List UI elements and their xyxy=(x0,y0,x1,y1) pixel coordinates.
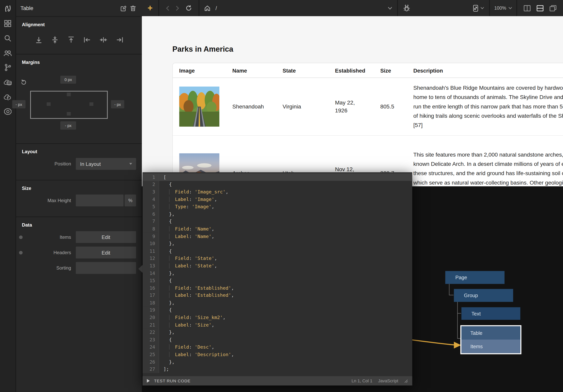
code-text: Label: 'Description', xyxy=(159,352,234,357)
route-dropdown[interactable] xyxy=(388,7,392,10)
code-line[interactable]: 2 { xyxy=(143,181,412,188)
code-line[interactable]: 11 { xyxy=(143,247,412,254)
column-header-state: State xyxy=(276,67,329,73)
stacked-windows-icon[interactable] xyxy=(549,5,556,12)
components-icon[interactable] xyxy=(3,19,12,28)
line-number: 8 xyxy=(143,225,159,232)
search-icon[interactable] xyxy=(3,34,12,42)
code-line[interactable]: 9 Label: 'Name', xyxy=(143,232,412,240)
code-line[interactable]: 13 Label: 'State', xyxy=(143,262,412,269)
code-line[interactable]: 4 Label: 'Image', xyxy=(143,196,412,203)
node-group[interactable]: Group xyxy=(454,289,513,302)
code-line[interactable]: 14 }, xyxy=(143,270,412,277)
margin-bottom-value[interactable]: - px xyxy=(60,121,76,129)
node-text[interactable]: Text xyxy=(461,307,520,320)
code-line[interactable]: 24 Field: 'Desc', xyxy=(143,343,412,351)
line-number: 2 xyxy=(143,181,159,188)
back-icon[interactable] xyxy=(166,6,169,11)
margin-right-value[interactable]: - px xyxy=(111,100,124,108)
trash-icon[interactable] xyxy=(128,3,138,13)
sorting-input[interactable] xyxy=(76,262,136,274)
code-text: }, xyxy=(159,271,175,276)
code-line[interactable]: 26 }, xyxy=(143,358,412,365)
items-edit-button[interactable]: Edit xyxy=(76,231,136,243)
max-height-unit[interactable]: % xyxy=(125,195,136,206)
align-left-icon[interactable] xyxy=(83,36,91,44)
node-table-items-port[interactable]: Items xyxy=(461,340,520,353)
debug-bug-icon[interactable] xyxy=(403,4,410,12)
cell-description: This site features more than 2,000 natur… xyxy=(407,150,563,186)
margin-left-value[interactable]: - px xyxy=(12,100,26,108)
forward-icon[interactable] xyxy=(176,6,179,11)
code-line[interactable]: 10 }, xyxy=(143,240,412,247)
settings-icon[interactable] xyxy=(3,107,12,116)
cell-name: Shenandoah xyxy=(226,103,276,110)
home-icon[interactable] xyxy=(204,5,210,11)
items-port[interactable] xyxy=(19,235,23,239)
code-line[interactable]: 21 Label: 'Size', xyxy=(143,321,412,329)
margin-top-handle[interactable] xyxy=(67,93,71,96)
code-line[interactable]: 23 { xyxy=(143,336,412,343)
code-line[interactable]: 12 Field: 'State', xyxy=(143,255,412,262)
align-right-icon[interactable] xyxy=(115,36,123,44)
margin-right-handle[interactable] xyxy=(89,102,93,106)
code-line[interactable]: 1[ xyxy=(143,173,412,181)
reset-margins-icon[interactable] xyxy=(21,79,28,86)
code-line[interactable]: 20 Field: 'Size_km2', xyxy=(143,314,412,321)
code-line[interactable]: 17 Label: 'Established', xyxy=(143,292,412,299)
node-table-row[interactable]: Table xyxy=(461,326,520,340)
line-number: 10 xyxy=(143,240,159,247)
code-line[interactable]: 7 { xyxy=(143,218,412,225)
margin-top-value[interactable]: 0 px xyxy=(60,76,76,84)
add-node-button[interactable]: + xyxy=(142,0,158,16)
align-top-icon[interactable] xyxy=(67,36,75,44)
code-editor[interactable]: 1[2 {3 Field: 'Image_src',4 Label: 'Imag… xyxy=(143,172,412,376)
responsive-preview-icon[interactable] xyxy=(473,4,478,12)
code-line[interactable]: 19 { xyxy=(143,306,412,314)
align-center-horizontal-icon[interactable] xyxy=(99,36,107,44)
code-line[interactable]: 3 Field: 'Image_src', xyxy=(143,188,412,195)
resize-grip-icon[interactable] xyxy=(404,379,408,383)
code-text: }, xyxy=(159,330,175,335)
line-number: 25 xyxy=(143,351,159,358)
cursor-position: Ln 1, Col 1 xyxy=(352,379,372,383)
code-line[interactable]: 15 { xyxy=(143,277,412,284)
split-rows-icon[interactable] xyxy=(537,5,544,12)
refresh-icon[interactable] xyxy=(186,5,192,11)
node-table-selected[interactable]: Table Items xyxy=(461,325,521,354)
code-line[interactable]: 5 Type: 'Image', xyxy=(143,203,412,210)
split-columns-icon[interactable] xyxy=(524,5,531,12)
code-line[interactable]: 6 }, xyxy=(143,210,412,218)
headers-edit-button[interactable]: Edit xyxy=(76,247,136,258)
cloud-functions-icon[interactable] xyxy=(3,93,12,101)
align-center-vertical-icon[interactable] xyxy=(51,36,59,44)
properties-panel: Table Alignment xyxy=(16,0,142,392)
url-bar[interactable]: / xyxy=(199,0,397,16)
test-run-code-button[interactable]: TEST RUN CODE xyxy=(154,379,191,383)
code-line[interactable]: 18 }, xyxy=(143,299,412,306)
margin-left-handle[interactable] xyxy=(47,102,51,106)
cell-established: May 22, 1926 xyxy=(329,99,374,114)
code-line[interactable]: 22 }, xyxy=(143,329,412,336)
code-text: Field: 'State', xyxy=(159,256,217,261)
zoom-dropdown-icon xyxy=(508,7,512,10)
edit-icon[interactable] xyxy=(119,3,128,13)
max-height-input[interactable] xyxy=(76,195,124,206)
version-control-icon[interactable] xyxy=(3,63,12,72)
code-line[interactable]: 25 Label: 'Description', xyxy=(143,351,412,358)
code-text: Label: 'Size', xyxy=(159,322,214,328)
code-line[interactable]: 8 Field: 'Name', xyxy=(143,225,412,232)
node-page[interactable]: Page xyxy=(445,271,504,284)
viewport-dropdown-icon[interactable] xyxy=(480,7,484,10)
layout-section: Layout Position In Layout xyxy=(16,144,142,181)
cloud-services-icon[interactable] xyxy=(3,78,12,87)
code-line[interactable]: 27]; xyxy=(143,366,412,373)
margin-bottom-handle[interactable] xyxy=(67,112,71,115)
align-bottom-icon[interactable] xyxy=(35,36,43,44)
code-line[interactable]: 16 Field: 'Established', xyxy=(143,284,412,292)
zoom-control[interactable]: 100% xyxy=(490,0,516,16)
headers-port[interactable] xyxy=(19,251,23,254)
users-icon[interactable] xyxy=(3,49,12,57)
position-select[interactable]: In Layout xyxy=(76,158,136,170)
line-number: 6 xyxy=(143,210,159,218)
